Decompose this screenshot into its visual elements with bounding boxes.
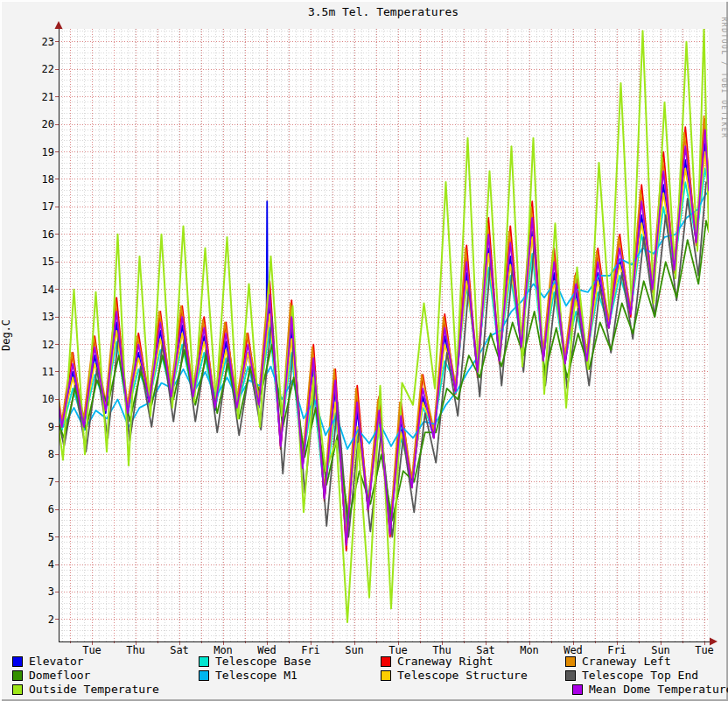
legend-item-craneway_right: Craneway Right [381,655,494,668]
y-tick-label-3: 3 [24,585,54,598]
y-axis-unit-label: Deg.C [0,308,12,362]
legend-label-domefloor: Domefloor [29,669,90,682]
legend-label-telescope_structure: Telescope Structure [397,669,528,682]
y-tick-label-20: 20 [24,118,54,130]
legend-swatch-craneway_left [565,656,576,667]
legend-item-craneway_left: Craneway Left [565,655,671,668]
legend-item-telescope_top_end: Telescope Top End [565,669,698,682]
y-tick-label-10: 10 [24,393,54,405]
y-tick-label-6: 6 [24,503,54,515]
rrdtool-temperature-graph: 3.5m Tel. Temperatures Deg.C RRDTOOL / T… [0,0,728,701]
legend-label-craneway_right: Craneway Right [397,655,494,668]
y-tick-label-11: 11 [24,366,54,378]
legend-label-elevator: Elevator [29,655,84,668]
y-tick-label-5: 5 [24,531,54,543]
y-tick-label-23: 23 [24,36,54,48]
y-tick-label-19: 19 [24,146,54,158]
y-tick-label-17: 17 [24,200,54,213]
y-tick-label-18: 18 [24,173,54,186]
y-axis-arrow [55,21,63,29]
legend-item-telescope_m1: Telescope M1 [199,669,298,682]
legend-swatch-mean_dome [572,684,583,695]
legend-swatch-domefloor [12,670,23,681]
y-tick-label-12: 12 [24,339,54,351]
legend-item-domefloor: Domefloor [12,669,90,682]
legend-label-mean_dome: Mean Dome Temperature [589,683,728,696]
legend-swatch-craneway_right [381,656,391,667]
legend-label-craneway_left: Craneway Left [582,655,671,668]
legend-label-telescope_base: Telescope Base [215,655,312,668]
y-tick-label-7: 7 [24,476,54,488]
chart-canvas [0,0,728,701]
y-tick-label-9: 9 [24,421,54,433]
legend-item-outside_temperature: Outside Temperature [12,683,159,696]
legend-swatch-telescope_m1 [199,670,209,681]
legend-label-telescope_m1: Telescope M1 [215,669,298,682]
y-tick-label-15: 15 [24,256,54,268]
y-tick-label-2: 2 [24,613,54,626]
legend-swatch-elevator [12,656,23,667]
legend-swatch-telescope_top_end [565,670,576,681]
legend-item-elevator: Elevator [12,655,84,668]
chart-title: 3.5m Tel. Temperatures [121,5,646,18]
legend-label-telescope_top_end: Telescope Top End [582,669,698,682]
x-tick-label-6-sun: Sun [337,644,372,656]
x-tick-label-2-sat: Sat [162,644,197,656]
x-tick-label-10-mon: Mon [512,644,547,656]
x-tick-label-14-tue: Tue [687,644,722,656]
legend-swatch-telescope_base [199,656,209,667]
x-tick-label-1-thu: Thu [118,644,153,656]
legend-item-telescope_structure: Telescope Structure [381,669,528,682]
y-tick-label-21: 21 [24,91,54,103]
y-tick-label-14: 14 [24,284,54,296]
legend-item-mean_dome: Mean Dome Temperature [572,683,728,696]
legend-item-telescope_base: Telescope Base [199,655,312,668]
rrdtool-watermark: RRDTOOL / TOBI OETIKER [718,18,728,119]
legend-swatch-outside_temperature [12,684,23,695]
y-tick-label-16: 16 [24,228,54,241]
y-tick-label-8: 8 [24,448,54,460]
legend-swatch-telescope_structure [381,670,391,681]
y-tick-label-22: 22 [24,63,54,75]
legend-label-outside_temperature: Outside Temperature [29,683,159,696]
y-tick-label-4: 4 [24,558,54,571]
y-tick-label-13: 13 [24,311,54,323]
